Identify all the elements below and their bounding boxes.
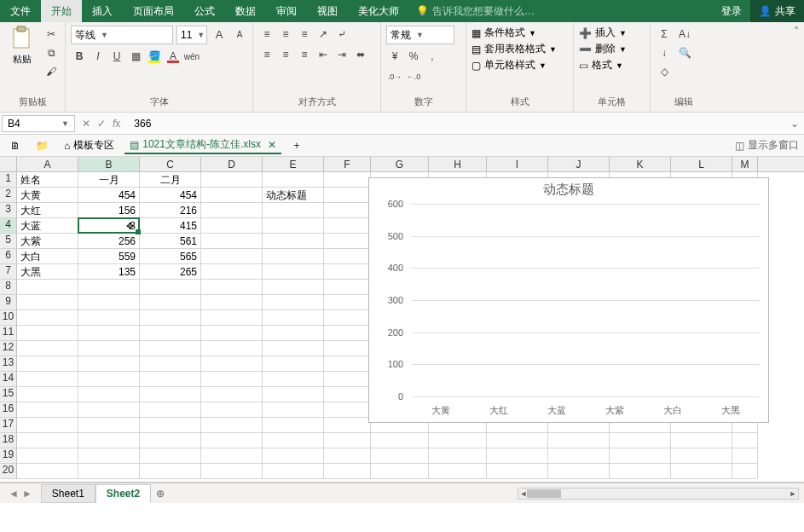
cell-F9[interactable] [324, 295, 371, 310]
cell-E13[interactable] [263, 356, 324, 372]
cell-B16[interactable] [78, 402, 140, 418]
cell-H20[interactable] [429, 464, 487, 479]
col-header-K[interactable]: K [610, 157, 671, 171]
cell-C11[interactable] [140, 326, 201, 341]
open-folder-icon[interactable]: 📁 [31, 137, 54, 154]
cell-D18[interactable] [201, 433, 263, 448]
cell-E20[interactable] [263, 464, 324, 479]
cell-F12[interactable] [324, 341, 371, 356]
cell-L18[interactable] [671, 433, 732, 448]
cell-F3[interactable] [324, 203, 371, 218]
tab-data[interactable]: 数据 [225, 0, 266, 22]
sheet-tab-1[interactable]: Sheet1 [41, 484, 95, 503]
align-middle-icon[interactable]: ≡ [277, 26, 294, 43]
decrease-font-icon[interactable]: A [231, 26, 248, 43]
cell-F10[interactable] [324, 310, 371, 326]
row-header-14[interactable]: 14 [0, 372, 17, 387]
find-icon[interactable]: 🔍 [676, 44, 693, 61]
cell-G19[interactable] [371, 448, 429, 464]
close-file-icon[interactable]: ✕ [268, 139, 276, 151]
col-header-D[interactable]: D [201, 157, 263, 171]
tab-page-layout[interactable]: 页面布局 [123, 0, 184, 22]
share-button[interactable]: 👤 共享 [750, 0, 804, 22]
cell-E2[interactable]: 动态标题 [263, 188, 324, 203]
cell-B20[interactable] [78, 464, 140, 479]
select-all-corner[interactable] [0, 157, 17, 171]
align-left-icon[interactable]: ≡ [258, 46, 275, 63]
cell-D6[interactable] [201, 249, 263, 264]
tab-formulas[interactable]: 公式 [184, 0, 225, 22]
file-tab-active[interactable]: ▤ 1021文章结构-陈立佳.xlsx ✕ [124, 137, 281, 154]
cell-E19[interactable] [263, 448, 324, 464]
cell-A18[interactable] [17, 433, 78, 448]
col-header-G[interactable]: G [371, 157, 429, 171]
cell-K20[interactable] [610, 464, 671, 479]
add-sheet-button[interactable]: ⊕ [151, 488, 170, 500]
cell-A12[interactable] [17, 341, 78, 356]
tab-beautify[interactable]: 美化大师 [348, 0, 409, 22]
sort-filter-icon[interactable]: A↓ [676, 26, 693, 43]
cell-C13[interactable] [140, 356, 201, 372]
font-size-combo[interactable]: 11▼ [176, 26, 207, 44]
scroll-right-icon[interactable]: ► [788, 489, 798, 499]
cell-F5[interactable] [324, 234, 371, 249]
horizontal-scrollbar[interactable]: ◄ ► [518, 488, 799, 500]
cell-D7[interactable] [201, 264, 263, 280]
cell-B18[interactable] [78, 433, 140, 448]
clear-icon[interactable]: ◇ [656, 63, 673, 80]
cell-D5[interactable] [201, 234, 263, 249]
cell-C20[interactable] [140, 464, 201, 479]
col-header-I[interactable]: I [487, 157, 548, 171]
italic-button[interactable]: I [90, 48, 107, 65]
autosum-icon[interactable]: Σ [656, 26, 673, 43]
tab-review[interactable]: 审阅 [266, 0, 307, 22]
sheet-nav-next-icon[interactable]: ► [22, 488, 32, 500]
cell-D2[interactable] [201, 188, 263, 203]
col-header-C[interactable]: C [140, 157, 201, 171]
row-header-9[interactable]: 9 [0, 295, 17, 310]
cell-E6[interactable] [263, 249, 324, 264]
paste-button[interactable]: 粘贴 [5, 26, 39, 66]
cell-F13[interactable] [324, 356, 371, 372]
cell-D4[interactable] [201, 218, 263, 234]
cell-B6[interactable]: 559 [78, 249, 140, 264]
cell-B3[interactable]: 156 [78, 203, 140, 218]
cell-B12[interactable] [78, 341, 140, 356]
cell-D17[interactable] [201, 418, 263, 433]
cell-C2[interactable]: 454 [140, 188, 201, 203]
tab-file[interactable]: 文件 [0, 0, 41, 22]
formula-input[interactable]: 366 [127, 118, 790, 130]
cell-F6[interactable] [324, 249, 371, 264]
cell-A2[interactable]: 大黄 [17, 188, 78, 203]
row-header-1[interactable]: 1 [0, 172, 17, 188]
cell-E18[interactable] [263, 433, 324, 448]
cell-E5[interactable] [263, 234, 324, 249]
cell-C10[interactable] [140, 310, 201, 326]
cell-I19[interactable] [487, 448, 548, 464]
cell-E10[interactable] [263, 310, 324, 326]
decrease-decimal-icon[interactable]: ←.0 [405, 68, 422, 85]
cell-H19[interactable] [429, 448, 487, 464]
cell-C16[interactable] [140, 402, 201, 418]
expand-formula-bar-icon[interactable]: ⌄ [790, 118, 799, 130]
col-header-B[interactable]: B [78, 157, 140, 171]
cell-E9[interactable] [263, 295, 324, 310]
cell-L19[interactable] [671, 448, 732, 464]
row-header-13[interactable]: 13 [0, 356, 17, 372]
cell-K19[interactable] [610, 448, 671, 464]
cut-icon[interactable]: ✂ [43, 26, 60, 43]
cell-C4[interactable]: 415 [140, 218, 201, 234]
indent-decrease-icon[interactable]: ⇤ [315, 46, 332, 63]
percent-icon[interactable]: % [405, 48, 422, 65]
insert-cells-button[interactable]: ➕插入▼ [579, 26, 627, 40]
cell-C18[interactable] [140, 433, 201, 448]
cell-A17[interactable] [17, 418, 78, 433]
cell-A7[interactable]: 大黑 [17, 264, 78, 280]
wrap-text-icon[interactable]: ⤶ [333, 26, 350, 43]
cell-A4[interactable]: 大蓝 [17, 218, 78, 234]
cell-B17[interactable] [78, 418, 140, 433]
align-bottom-icon[interactable]: ≡ [296, 26, 313, 43]
fx-icon[interactable]: fx [113, 118, 120, 130]
fill-icon[interactable]: ↓ [656, 44, 673, 61]
cell-B7[interactable]: 135 [78, 264, 140, 280]
